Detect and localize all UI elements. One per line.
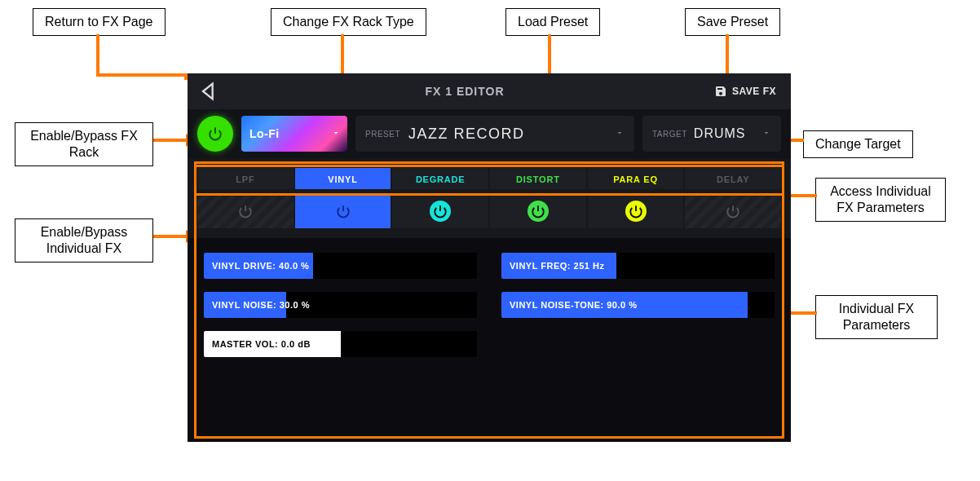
rack-power-button[interactable] — [197, 116, 233, 152]
slider-label: VINYL DRIVE: 40.0 % — [212, 253, 309, 279]
annotation-load-preset: Load Preset — [505, 8, 600, 36]
arrow — [726, 34, 729, 75]
preset-small-label: PRESET — [365, 130, 400, 139]
arrow — [153, 235, 188, 238]
fx-tab-lpf[interactable]: LPF — [197, 168, 294, 189]
fx-power-vinyl[interactable] — [295, 194, 391, 228]
rack-row: Lo-Fi PRESET JAZZ RECORD TARGET DRUMS — [188, 109, 791, 158]
back-triangle-icon — [197, 80, 220, 103]
chevron-down-icon — [761, 128, 771, 140]
fx-editor-panel: FX 1 EDITOR SAVE FX Lo-Fi PRESET JAZZ RE… — [188, 73, 791, 442]
annotation-access-indiv: Access Individual FX Parameters — [815, 178, 946, 222]
fx-power-para-eq[interactable] — [588, 194, 684, 228]
fx-params-area: VINYL DRIVE: 40.0 %VINYL FREQ: 251 HzVIN… — [188, 238, 791, 442]
save-fx-label: SAVE FX — [732, 86, 776, 97]
fx-tab-para-eq[interactable]: PARA EQ — [588, 168, 684, 189]
save-fx-button[interactable]: SAVE FX — [709, 82, 781, 101]
param-slider-1[interactable]: VINYL FREQ: 251 Hz — [501, 253, 775, 279]
fx-tab-vinyl[interactable]: VINYL — [295, 168, 391, 189]
target-value: DRUMS — [694, 126, 746, 141]
power-icon — [235, 201, 256, 222]
chevron-down-icon — [331, 127, 341, 140]
annotation-enable-rack-text: Enable/Bypass FX Rack — [30, 129, 138, 159]
power-icon — [333, 201, 354, 222]
fx-power-degrade[interactable] — [392, 194, 488, 228]
fx-power-lpf — [197, 194, 294, 228]
fx-power-row — [188, 189, 791, 238]
annotation-indiv-params-text: Individual FX Parameters — [839, 302, 915, 332]
power-icon — [722, 201, 744, 222]
annotation-change-target: Change Target — [803, 130, 913, 158]
arrow — [96, 73, 186, 77]
power-icon — [430, 201, 451, 222]
fx-tab-delay[interactable]: DELAY — [685, 168, 781, 189]
fx-power-distort[interactable] — [490, 194, 586, 228]
fx-tab-distort[interactable]: DISTORT — [490, 168, 586, 189]
param-slider-0[interactable]: VINYL DRIVE: 40.0 % — [204, 253, 477, 279]
slider-label: VINYL FREQ: 251 Hz — [510, 253, 604, 279]
back-button[interactable] — [197, 80, 220, 103]
target-small-label: TARGET — [652, 130, 687, 139]
rack-type-label: Lo-Fi — [249, 127, 280, 140]
rack-type-selector[interactable]: Lo-Fi — [241, 116, 347, 152]
annotation-indiv-params: Individual FX Parameters — [815, 295, 938, 339]
power-icon — [208, 126, 223, 141]
arrow — [96, 34, 99, 75]
annotation-return-fx: Return to FX Page — [33, 8, 166, 36]
target-selector[interactable]: TARGET DRUMS — [642, 116, 781, 152]
editor-header: FX 1 EDITOR SAVE FX — [188, 73, 791, 109]
arrow — [153, 139, 188, 142]
slider-label: VINYL NOISE-TONE: 90.0 % — [510, 292, 637, 318]
fx-tab-degrade[interactable]: DEGRADE — [392, 168, 488, 189]
chevron-down-icon — [615, 128, 625, 140]
slider-label: MASTER VOL: 0.0 dB — [212, 331, 311, 357]
annotation-access-indiv-text: Access Individual FX Parameters — [830, 184, 931, 214]
annotation-enable-indiv: Enable/Bypass Individual FX — [15, 218, 153, 263]
param-slider-3[interactable]: VINYL NOISE-TONE: 90.0 % — [501, 292, 775, 318]
preset-value: JAZZ RECORD — [408, 126, 525, 143]
param-grid: VINYL DRIVE: 40.0 %VINYL FREQ: 251 HzVIN… — [204, 253, 775, 357]
annotation-save-preset: Save Preset — [685, 8, 780, 36]
fx-power-delay — [685, 194, 781, 228]
fx-tabs-row: LPFVINYLDEGRADEDISTORTPARA EQDELAY — [188, 158, 791, 189]
save-icon — [714, 85, 727, 98]
editor-title: FX 1 EDITOR — [220, 85, 709, 98]
power-icon — [528, 201, 549, 222]
param-slider-4[interactable]: MASTER VOL: 0.0 dB — [204, 331, 477, 357]
param-slider-2[interactable]: VINYL NOISE: 30.0 % — [204, 292, 477, 318]
slider-label: VINYL NOISE: 30.0 % — [212, 292, 310, 318]
annotation-enable-rack: Enable/Bypass FX Rack — [15, 122, 153, 166]
power-icon — [625, 201, 647, 222]
preset-selector[interactable]: PRESET JAZZ RECORD — [355, 116, 634, 152]
annotation-enable-indiv-text: Enable/Bypass Individual FX — [41, 225, 128, 255]
annotation-change-rack: Change FX Rack Type — [271, 8, 426, 36]
